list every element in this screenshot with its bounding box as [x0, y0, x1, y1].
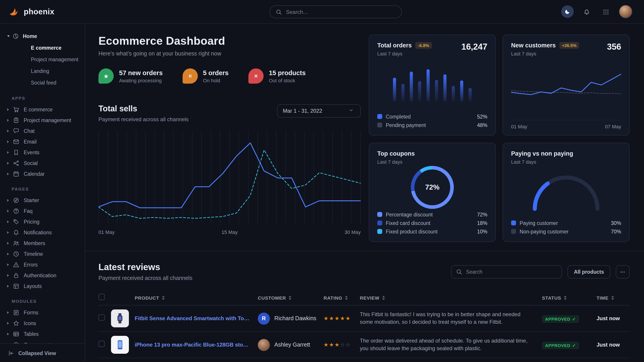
smartwatch-image [114, 313, 126, 324]
reviews-title: Latest reviews [98, 262, 192, 272]
sidebar-item-e-commerce[interactable]: E commerce [0, 104, 84, 115]
sidebar-item-home[interactable]: Home [0, 30, 84, 42]
sidebar-item-label: Tables [24, 331, 39, 337]
user-avatar[interactable] [619, 5, 632, 18]
sidebar-item-label: Project management [24, 118, 71, 123]
sidebar-item-label: Events [24, 150, 40, 155]
column-header: CUSTOMER [258, 295, 286, 300]
product-link[interactable]: iPhone 13 pro max-Pacific Blue-128GB sto… [135, 342, 258, 348]
notifications-button[interactable] [580, 5, 593, 18]
sort-icon[interactable] [611, 295, 614, 300]
card-title: Top coupons [377, 150, 487, 157]
sidebar-item-project-management[interactable]: Project management [0, 54, 84, 65]
sort-icon[interactable] [382, 295, 385, 300]
stat-caption: Out of stock [269, 78, 306, 83]
sidebar-item-social-feed[interactable]: Social feed [0, 77, 84, 88]
total-sells-subtitle: Payment received across all channels [98, 116, 189, 122]
review-row: iPhone 13 pro max-Pacific Blue-128GB sto… [98, 332, 630, 358]
sort-icon[interactable] [564, 295, 567, 300]
product-thumbnail[interactable] [111, 310, 129, 327]
collapse-view-toggle[interactable]: Collapsed View [0, 344, 84, 362]
chevron-right-icon [7, 322, 12, 325]
date-range-select[interactable]: Mar 1 - 31, 2022 [277, 104, 361, 118]
sidebar-item-notifications[interactable]: Notifications [0, 227, 84, 238]
sidebar-item-e-commerce[interactable]: E commerce [0, 42, 84, 54]
x-axis-label: 01 May [98, 229, 114, 235]
sort-icon[interactable] [162, 295, 165, 300]
new-customers-card: New customers +26.5% Last 7 days 356 01 … [502, 34, 630, 135]
select-all-checkbox[interactable] [98, 294, 105, 300]
calendar-icon [12, 170, 20, 178]
chevron-right-icon [7, 242, 12, 245]
sidebar-item-icons[interactable]: Icons [0, 318, 84, 329]
kpi-cards-grid: Total orders -6.8% Last 7 days 16,247 Co… [369, 34, 630, 242]
product-thumbnail[interactable] [111, 336, 129, 354]
sort-icon[interactable] [345, 295, 348, 300]
sidebar-item-label: Members [24, 241, 45, 246]
sidebar-item-layouts[interactable]: Layouts [0, 281, 84, 292]
theme-toggle-button[interactable] [561, 5, 574, 18]
sidebar-item-calendar[interactable]: Calendar [0, 169, 84, 179]
reviews-search[interactable] [451, 265, 562, 278]
search-input[interactable] [286, 9, 396, 15]
customer-cell: Ashley Garrett [258, 339, 324, 351]
sidebar-item-faq[interactable]: Faq [0, 206, 84, 216]
more-options-button[interactable]: ⋯ [616, 265, 630, 278]
all-products-button[interactable]: All products [568, 265, 610, 278]
sidebar-item-pricing[interactable]: Pricing [0, 216, 84, 227]
card-period: Last 7 days [511, 51, 579, 56]
collapse-label: Collapsed View [18, 350, 56, 356]
brand[interactable]: phoenix [8, 6, 54, 17]
sidebar-item-members[interactable]: Members [0, 238, 84, 249]
grid-icon [603, 8, 609, 15]
sidebar-item-tables[interactable]: Tables [0, 329, 84, 340]
section-title-modules: MODULES [0, 292, 84, 307]
sidebar-item-authentication[interactable]: Authentication [0, 270, 84, 281]
table-icon [12, 331, 20, 338]
sidebar-item-email[interactable]: Email [0, 136, 84, 147]
sidebar-item-events[interactable]: Events [0, 147, 84, 158]
main-content: Ecommerce Dashboard Here's what's going … [85, 24, 644, 362]
paying-card: Paying vs non paying Last 7 days Paying … [502, 143, 630, 242]
sidebar-item-label: Chat [24, 128, 35, 134]
column-header: STATUS [542, 295, 561, 300]
chevron-right-icon [7, 274, 12, 277]
sidebar-item-label: Layouts [24, 284, 42, 289]
bell-icon [12, 229, 20, 236]
navbar-actions [561, 5, 632, 18]
customer-avatar [258, 339, 270, 351]
sidebar-item-landing[interactable]: Landing [0, 65, 84, 77]
legend-item: Non-paying customer 70% [511, 227, 621, 236]
paying-gauge-chart [511, 165, 621, 219]
stat-value: 15 products [269, 69, 306, 76]
global-search[interactable] [270, 5, 402, 18]
sidebar-item-errors[interactable]: Errors [0, 259, 84, 270]
stat-on-hold: 5 orders On hold [182, 68, 228, 84]
sidebar-item-social[interactable]: Social [0, 158, 84, 169]
sidebar-item-project-management[interactable]: Project management [0, 115, 84, 126]
legend-item: Fixed card discount 18% [377, 219, 487, 227]
review-time: Just now [596, 315, 630, 322]
chevron-right-icon [7, 119, 12, 122]
chevron-right-icon [7, 253, 12, 255]
row-checkbox[interactable] [98, 341, 105, 347]
sidebar-item-chat[interactable]: Chat [0, 126, 84, 136]
reviews-search-input[interactable] [466, 269, 558, 274]
layout-icon [12, 283, 20, 290]
x-axis-label: 01 May [511, 124, 527, 129]
customer-avatar: R [258, 312, 270, 325]
row-checkbox[interactable] [98, 314, 105, 321]
trend-badge: -6.8% [415, 42, 432, 49]
sidebar-item-label: Pricing [24, 219, 40, 225]
card-title: Paying vs non paying [511, 150, 621, 157]
product-link[interactable]: Fitbit Sense Advanced Smartwatch with To… [135, 315, 258, 322]
apps-grid-button[interactable] [600, 5, 612, 18]
sidebar-item-components[interactable]: Components [0, 340, 84, 344]
legend-item: Completed 52% [377, 112, 487, 121]
customer-cell: R Richard Dawkins [258, 312, 324, 325]
sidebar-item-starter[interactable]: Starter [0, 195, 84, 206]
stats-row: ★ 57 new orders Awating processing 5 ord… [98, 68, 361, 84]
sort-icon[interactable] [289, 295, 292, 300]
sidebar-item-timeline[interactable]: Timeline [0, 249, 84, 259]
sidebar-item-forms[interactable]: Forms [0, 307, 84, 318]
